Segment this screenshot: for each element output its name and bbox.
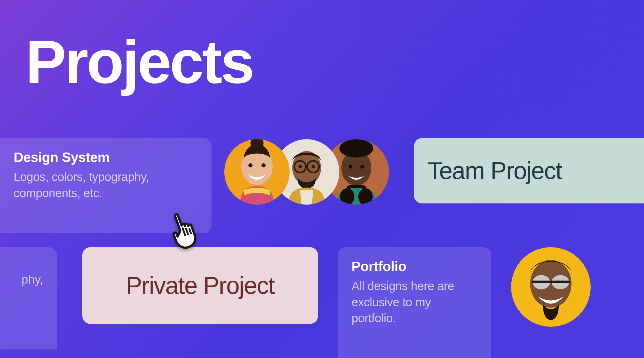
avatar[interactable] xyxy=(224,139,290,205)
decorative-blob xyxy=(357,0,644,114)
card-team-project[interactable]: Team Project xyxy=(414,138,644,203)
svg-rect-24 xyxy=(532,281,570,283)
card-title: Portfolio xyxy=(352,259,478,274)
svg-point-16 xyxy=(348,165,352,169)
svg-point-4 xyxy=(248,163,253,168)
svg-point-15 xyxy=(339,139,373,157)
svg-point-5 xyxy=(262,163,266,168)
card-portfolio[interactable]: Portfolio All designs here are exclusive… xyxy=(338,247,491,358)
svg-point-18 xyxy=(340,188,355,205)
page-title: Projects xyxy=(26,31,253,92)
svg-point-17 xyxy=(360,165,364,169)
card-description: All designs here are exclusive to my por… xyxy=(352,278,478,326)
card-title: Design System xyxy=(14,149,198,165)
card-description: Logos, colors, typography, components, e… xyxy=(14,169,198,201)
svg-point-19 xyxy=(358,188,373,205)
svg-point-12 xyxy=(311,165,315,168)
card-label: Private Project xyxy=(126,272,275,299)
card-label: Team Project xyxy=(428,157,562,185)
svg-point-11 xyxy=(298,165,302,168)
avatar-group xyxy=(224,139,389,205)
card-partial[interactable]: phy, xyxy=(0,247,57,349)
card-description-fragment: phy, xyxy=(14,273,43,286)
pointer-hand-icon xyxy=(163,204,212,252)
avatar[interactable] xyxy=(511,247,591,327)
card-private-project[interactable]: Private Project xyxy=(82,247,318,324)
